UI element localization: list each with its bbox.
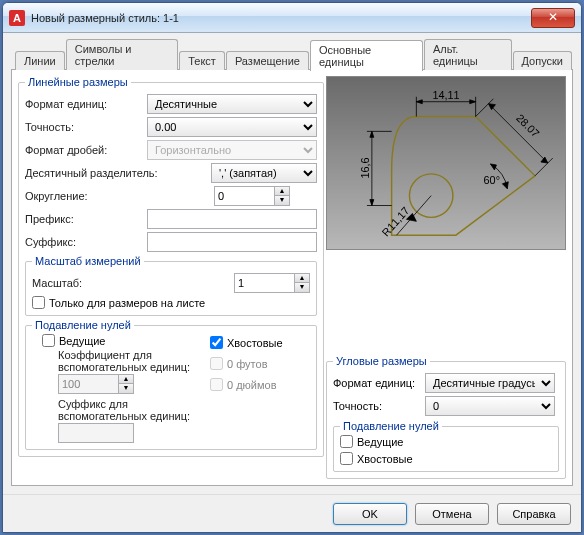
trailing-input[interactable] <box>210 336 223 349</box>
cancel-button[interactable]: Отмена <box>415 503 489 525</box>
zero-suppression-group: Подавление нулей Ведущие Коэффициент для… <box>25 319 317 450</box>
tab-panel: Линейные размеры Формат единиц: Десятичн… <box>11 69 573 486</box>
svg-marker-5 <box>470 100 476 104</box>
ang-leading-label: Ведущие <box>357 436 403 448</box>
scale-spinner[interactable]: ▲▼ <box>234 273 310 293</box>
app-icon: A <box>9 10 25 26</box>
ang-trailing-checkbox[interactable]: Хвостовые <box>340 452 552 465</box>
feet-label: 0 футов <box>227 358 267 370</box>
scale-group: Масштаб измерений Масштаб: ▲▼ Только для… <box>25 255 317 316</box>
tab-symbols[interactable]: Символы и стрелки <box>66 39 178 70</box>
ang-leading-input[interactable] <box>340 435 353 448</box>
prefix-label: Префикс: <box>25 213 143 225</box>
zero-sup-legend: Подавление нулей <box>32 319 134 331</box>
scale-factor-label: Масштаб: <box>32 277 190 289</box>
decimal-sep-label: Десятичный разделитель: <box>25 167 183 179</box>
ang-zero-legend: Подавление нулей <box>340 420 442 432</box>
roundoff-label: Округление: <box>25 190 143 202</box>
scale-input[interactable] <box>234 273 294 293</box>
right-column: 14,11 16,6 28.07 60° R11,17 Угловые разм… <box>326 76 566 479</box>
layout-only-label: Только для размеров на листе <box>49 297 205 309</box>
fraction-select[interactable]: Горизонтально <box>147 140 317 160</box>
suffix-label: Суффикс: <box>25 236 143 248</box>
ang-trailing-label: Хвостовые <box>357 453 413 465</box>
close-button[interactable]: ✕ <box>531 8 575 28</box>
svg-text:R11,17: R11,17 <box>379 204 411 238</box>
dimension-preview: 14,11 16,6 28.07 60° R11,17 <box>326 76 566 250</box>
spin-down-icon: ▼ <box>119 384 133 393</box>
roundoff-spinner[interactable]: ▲▼ <box>214 186 290 206</box>
svg-marker-9 <box>370 131 374 137</box>
svg-text:16,6: 16,6 <box>359 157 371 178</box>
svg-text:60°: 60° <box>484 174 500 186</box>
title-bar: A Новый размерный стиль: 1-1 ✕ <box>3 3 581 33</box>
scale-spin-buttons[interactable]: ▲▼ <box>294 273 310 293</box>
tab-primary-units[interactable]: Основные единицы <box>310 40 423 71</box>
spin-up-icon[interactable]: ▲ <box>295 274 309 283</box>
ang-precision-select[interactable]: 0 <box>425 396 555 416</box>
spin-down-icon[interactable]: ▼ <box>275 196 289 205</box>
ang-trailing-input[interactable] <box>340 452 353 465</box>
inches-input <box>210 378 223 391</box>
leading-label: Ведущие <box>59 335 105 347</box>
trailing-label: Хвостовые <box>227 337 283 349</box>
svg-text:28.07: 28.07 <box>514 112 542 140</box>
unit-format-label: Формат единиц: <box>25 98 143 110</box>
dialog-window: A Новый размерный стиль: 1-1 ✕ Линии Сим… <box>2 2 582 533</box>
left-column: Линейные размеры Формат единиц: Десятичн… <box>18 76 320 479</box>
tab-placement[interactable]: Размещение <box>226 51 309 70</box>
svg-marker-19 <box>502 182 508 189</box>
spin-up-icon: ▲ <box>119 375 133 384</box>
ang-zero-group: Подавление нулей Ведущие Хвостовые <box>333 420 559 472</box>
sub-factor-spin-buttons: ▲▼ <box>118 374 134 394</box>
dialog-body: Линии Символы и стрелки Текст Размещение… <box>3 33 581 494</box>
linear-group: Линейные размеры Формат единиц: Десятичн… <box>18 76 324 457</box>
layout-only-checkbox[interactable]: Только для размеров на листе <box>32 296 310 309</box>
leading-checkbox[interactable]: Ведущие <box>42 334 204 347</box>
help-button[interactable]: Справка <box>497 503 571 525</box>
svg-text:14,11: 14,11 <box>432 89 459 101</box>
suffix-input[interactable] <box>147 232 317 252</box>
prefix-input[interactable] <box>147 209 317 229</box>
feet-checkbox: 0 футов <box>210 357 310 370</box>
feet-input <box>210 357 223 370</box>
angular-legend: Угловые размеры <box>333 355 430 367</box>
decimal-sep-select[interactable]: ',' (запятая) <box>211 163 317 183</box>
ang-unit-label: Формат единиц: <box>333 377 421 389</box>
ang-unit-select[interactable]: Десятичные градусы <box>425 373 555 393</box>
angular-group: Угловые размеры Формат единиц: Десятичны… <box>326 355 566 479</box>
ok-button[interactable]: OK <box>333 503 407 525</box>
tab-strip: Линии Символы и стрелки Текст Размещение… <box>11 39 573 70</box>
roundoff-input[interactable] <box>214 186 274 206</box>
tab-lines[interactable]: Линии <box>15 51 65 70</box>
trailing-checkbox[interactable]: Хвостовые <box>210 336 310 349</box>
svg-marker-18 <box>490 164 496 170</box>
roundoff-spin-buttons[interactable]: ▲▼ <box>274 186 290 206</box>
tab-tolerances[interactable]: Допуски <box>513 51 572 70</box>
tab-text[interactable]: Текст <box>179 51 225 70</box>
layout-only-input[interactable] <box>32 296 45 309</box>
linear-legend: Линейные размеры <box>25 76 131 88</box>
spin-up-icon[interactable]: ▲ <box>275 187 289 196</box>
precision-select[interactable]: 0.00 <box>147 117 317 137</box>
fraction-label: Формат дробей: <box>25 144 143 156</box>
sub-factor-input <box>58 374 118 394</box>
spin-down-icon[interactable]: ▼ <box>295 283 309 292</box>
sub-factor-spinner: ▲▼ <box>58 374 204 394</box>
precision-label: Точность: <box>25 121 143 133</box>
sub-suffix-label: Суффикс для вспомогательных единиц: <box>58 398 204 422</box>
svg-marker-10 <box>370 200 374 206</box>
inches-checkbox: 0 дюймов <box>210 378 310 391</box>
leading-input[interactable] <box>42 334 55 347</box>
ang-precision-label: Точность: <box>333 400 421 412</box>
unit-format-select[interactable]: Десятичные <box>147 94 317 114</box>
window-title: Новый размерный стиль: 1-1 <box>31 12 531 24</box>
ang-leading-checkbox[interactable]: Ведущие <box>340 435 552 448</box>
svg-marker-15 <box>541 157 548 163</box>
svg-marker-4 <box>416 100 422 104</box>
button-bar: OK Отмена Справка <box>3 494 581 532</box>
sub-factor-label: Коэффициент для вспомогательных единиц: <box>58 349 204 373</box>
svg-marker-14 <box>489 104 496 110</box>
sub-suffix-input <box>58 423 134 443</box>
tab-alt-units[interactable]: Альт. единицы <box>424 39 512 70</box>
